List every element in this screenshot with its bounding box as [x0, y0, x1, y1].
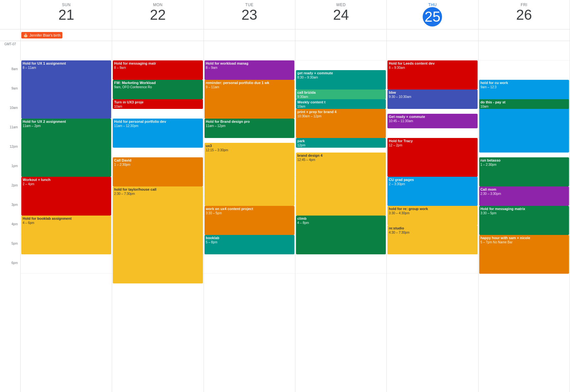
event-title-wed-1: call brizida [297, 90, 385, 95]
event-time-tue-1: 9 – 11am [206, 85, 293, 89]
day-header-tue: Tue 23 [204, 0, 295, 29]
event-sun-0[interactable]: Hold for UX 1 assignemnt8 – 11am [21, 60, 111, 119]
day-col-thu: Hold for Leeds content dev8 – 9:30ambbw9… [387, 41, 478, 392]
time-label-8am: 8am [0, 67, 20, 86]
hour-6pm-thu [387, 254, 478, 274]
allday-cell-sun: 🎂 Jennifer Blair's birth [21, 29, 112, 41]
day-header-mon: Mon 22 [112, 0, 204, 29]
hour-6pm-tue [204, 254, 295, 274]
event-wed-6[interactable]: climb4 – 8pm [296, 216, 386, 254]
allday-gutter [0, 29, 21, 41]
day-num-wed: 24 [297, 7, 385, 23]
event-mon-0[interactable]: Hold for messaging matr8 – 9am [113, 60, 203, 80]
event-title-wed-5: brand design 4 [297, 153, 385, 158]
time-label-9am: 9am [0, 86, 20, 105]
timezone-label: GMT-07 [0, 41, 20, 47]
event-wed-3[interactable]: print + prep for brand 410:30am – 12pm [296, 109, 386, 138]
event-fri-1[interactable]: do this - pay st10am [479, 99, 569, 109]
day-num-fri: 26 [480, 7, 568, 23]
event-thu-0[interactable]: Hold for Leeds content dev8 – 9:30am [387, 60, 477, 90]
event-title-mon-1: FW: Marketing Workload [114, 80, 201, 85]
hour-6pm-wed [295, 254, 386, 274]
event-tue-2[interactable]: Hold for Brand design pro11am – 12pm [205, 119, 294, 138]
event-fri-3[interactable]: Call mom2:30 – 3:30pm [479, 186, 569, 206]
day-col-tue: Hold for workload manag8 – 9amreminder: … [204, 41, 295, 392]
time-label-11am: 11am [0, 125, 20, 144]
event-time-mon-3: 11am – 12:30pm [114, 124, 201, 128]
event-thu-3[interactable]: Hold for Tracy12 – 2pm [387, 138, 477, 177]
event-mon-4[interactable]: Call David1 – 2:30pm [113, 157, 203, 186]
event-time-mon-4: 1 – 2:30pm [114, 163, 201, 167]
day-name-wed: Wed [297, 3, 385, 7]
event-title-tue-1: reminder: personal portfolio due 1 wk [206, 80, 293, 85]
allday-row: 🎂 Jennifer Blair's birth [0, 29, 570, 41]
event-sun-1[interactable]: Hold for UX 2 assignment11am – 2pm [21, 119, 111, 177]
event-wed-0[interactable]: get ready + commute8:30 – 9:30am [296, 70, 386, 90]
day-name-thu: Thu [388, 3, 477, 7]
event-thu-1[interactable]: bbw9:30 – 10:30am [387, 90, 477, 109]
birthday-badge[interactable]: 🎂 Jennifer Blair's birth [21, 32, 62, 38]
event-thu-5[interactable]: hold for re: group work3:30 – 4:30pm [387, 206, 477, 225]
hour-7am-sun [21, 41, 112, 60]
event-sun-2[interactable]: Workout + lunch2 – 4pm [21, 177, 111, 216]
event-wed-4[interactable]: park12pm [296, 138, 386, 148]
day-col-mon: Hold for messaging matr8 – 9amFW: Market… [112, 41, 204, 392]
birthday-label: Jennifer Blair's birth [29, 33, 60, 37]
event-fri-2[interactable]: run betasso1 – 2:30pm [479, 157, 569, 186]
event-wed-1[interactable]: call brizida9:30am [296, 90, 386, 99]
event-thu-4[interactable]: CU grad pages2 – 3:30pm [387, 177, 477, 206]
event-mon-3[interactable]: Hold for personal portfolio dev11am – 12… [113, 119, 203, 148]
event-title-wed-3: print + prep for brand 4 [297, 110, 385, 114]
event-title-sun-3: Hold for booklab assignment [23, 216, 110, 221]
day-header-thu: Thu 25 [387, 0, 478, 29]
event-time-tue-0: 8 – 9am [206, 66, 293, 70]
hour-8am-fri [479, 60, 570, 80]
event-mon-2[interactable]: Turn in UX3 proje10am [113, 99, 203, 109]
time-label-4pm: 4pm [0, 222, 20, 241]
event-title-mon-0: Hold for messaging matr [114, 61, 201, 66]
event-time-wed-0: 8:30 – 9:30am [297, 75, 385, 79]
day-name-mon: Mon [113, 3, 202, 7]
event-title-mon-5: hold for taylor/house call [114, 187, 201, 192]
event-title-fri-3: Call mom [480, 187, 568, 192]
event-time-tue-4: 3:30 – 5pm [206, 211, 293, 215]
event-time-wed-6: 4 – 8pm [297, 221, 385, 225]
event-time-tue-2: 11am – 12pm [206, 124, 293, 128]
event-title-sun-1: Hold for UX 2 assignment [23, 119, 110, 124]
event-wed-2[interactable]: Weekly content t10am [296, 99, 386, 109]
hour-7am-fri [479, 41, 570, 60]
event-time-fri-0: 9am – 12:3 [480, 85, 568, 89]
event-title-thu-1: bbw [389, 90, 476, 95]
event-title-fri-5: happy hour with sam + nicole [480, 236, 568, 240]
event-sun-3[interactable]: Hold for booklab assignment4 – 6pm [21, 216, 111, 254]
event-title-thu-6: re:studio [389, 226, 476, 230]
allday-cell-mon [112, 29, 204, 41]
day-col-sun: Hold for UX 1 assignemnt8 – 11amHold for… [21, 41, 112, 392]
event-title-thu-2: Get ready + commute [389, 114, 476, 119]
time-label-10am: 10am [0, 105, 20, 125]
event-tue-0[interactable]: Hold for workload manag8 – 9am [205, 60, 294, 80]
day-name-fri: Fri [480, 3, 568, 7]
event-time-thu-0: 8 – 9:30am [389, 66, 476, 70]
event-mon-1[interactable]: FW: Marketing Workload9am, OFO Conferenc… [113, 80, 203, 99]
event-fri-4[interactable]: Hold for messaging matrix3:30 – 5pm [479, 206, 569, 235]
event-time-wed-4: 12pm [297, 143, 385, 147]
event-thu-6[interactable]: re:studio4:30 – 7:30pm [387, 225, 477, 254]
event-time-sun-2: 2 – 4pm [23, 182, 110, 186]
event-wed-5[interactable]: brand design 412:45 – 4pm [296, 153, 386, 216]
event-mon-5[interactable]: hold for taylor/house call2:30 – 7:30pm [113, 186, 203, 283]
event-time-mon-1: 9am, OFO Conference Ro [114, 85, 201, 89]
event-title-mon-4: Call David [114, 158, 201, 163]
event-tue-4[interactable]: work on ux4 content project3:30 – 5pm [205, 206, 294, 235]
event-fri-5[interactable]: happy hour with sam + nicole5 – 7pm No N… [479, 235, 569, 274]
event-tue-1[interactable]: reminder: personal portfolio due 1 wk9 –… [205, 80, 294, 119]
event-tue-3[interactable]: ux312:15 – 3:30pm [205, 143, 294, 206]
event-thu-2[interactable]: Get ready + commute10:45 – 11:30am [387, 114, 477, 128]
birthday-icon: 🎂 [23, 33, 28, 37]
event-time-thu-3: 12 – 2pm [389, 143, 476, 147]
event-time-mon-0: 8 – 9am [114, 66, 201, 70]
event-tue-5[interactable]: booklab5 – 8pm [205, 235, 294, 254]
event-fri-0[interactable]: hold for cu work9am – 12:3 [479, 80, 569, 153]
event-time-thu-5: 3:30 – 4:30pm [389, 211, 476, 215]
event-time-tue-5: 5 – 8pm [206, 240, 293, 244]
